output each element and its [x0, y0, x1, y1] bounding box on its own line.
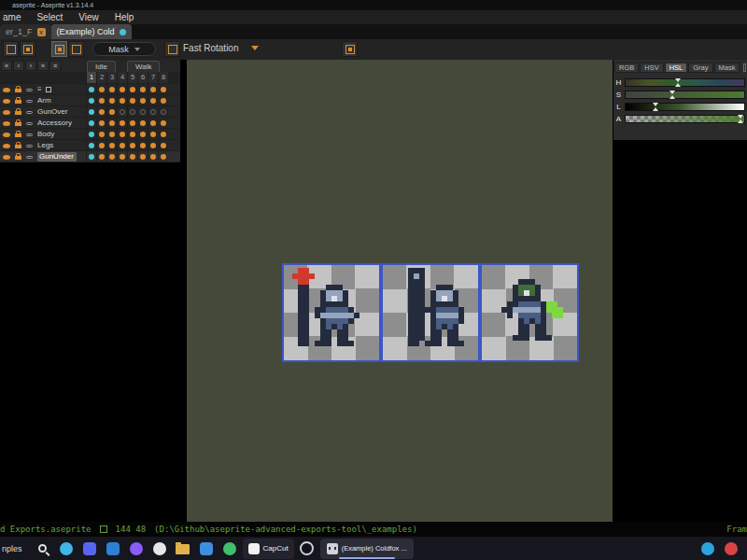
l-slider[interactable]	[625, 103, 745, 111]
link-icon[interactable]	[26, 122, 33, 125]
link-icon[interactable]	[26, 133, 33, 136]
lock-icon[interactable]	[15, 89, 21, 92]
lock-icon[interactable]	[15, 100, 21, 104]
color-tab-hsl[interactable]: HSL	[665, 63, 688, 73]
explorer-icon[interactable]	[173, 539, 193, 559]
color-tab-gray[interactable]: Gray	[688, 63, 712, 73]
obs-icon[interactable]	[297, 539, 317, 559]
tab-background[interactable]: er_1_F x	[0, 24, 51, 39]
sprite-frame-2[interactable]	[381, 263, 480, 362]
prev-frame-button[interactable]: ‹	[13, 61, 24, 71]
edge-icon[interactable]	[56, 539, 77, 559]
canvas[interactable]	[187, 60, 613, 522]
epic-icon[interactable]	[149, 539, 170, 559]
fast-rotation-dropdown[interactable]: Fast Rotation	[183, 43, 259, 53]
aseprite-taskbar-window[interactable]: (Example) Coldfox ...	[320, 539, 414, 559]
tab-close-icon[interactable]: x	[37, 28, 46, 36]
sprite-staff-soldier	[287, 268, 376, 357]
a-slider[interactable]	[625, 115, 745, 123]
color-tab-rgb[interactable]: RGB	[614, 63, 639, 73]
toolbar-button-1[interactable]	[3, 41, 19, 57]
layer-name-legs[interactable]: Legs	[37, 141, 84, 150]
photos-icon[interactable]	[196, 539, 217, 559]
lock-icon[interactable]	[15, 122, 21, 126]
cel-6-7[interactable]	[148, 151, 158, 162]
first-frame-button[interactable]: «	[1, 61, 12, 71]
frame-number-1[interactable]: 1	[86, 72, 96, 83]
visibility-icon[interactable]	[3, 121, 10, 126]
cel-6-5[interactable]	[127, 151, 137, 162]
tag-idle[interactable]: Idle	[87, 61, 116, 72]
titlebar: aseprite - Aseprite v1.3.14.4	[0, 0, 747, 10]
layer-name-gunover[interactable]: GunOver	[37, 107, 84, 117]
menu-item-view[interactable]: View	[78, 12, 99, 22]
layer-group-icons[interactable]: ≡	[37, 85, 84, 94]
frame-number-4[interactable]: 4	[117, 72, 127, 83]
toolbar-button-3[interactable]	[51, 41, 67, 57]
layer-name-accessory[interactable]: Accessory	[37, 119, 84, 128]
link-icon[interactable]	[26, 145, 33, 147]
telegram-icon[interactable]	[698, 539, 718, 559]
frame-number-5[interactable]: 5	[127, 72, 137, 83]
lock-icon[interactable]	[15, 111, 21, 115]
cel-6-8[interactable]	[158, 151, 168, 162]
link-icon[interactable]	[26, 111, 33, 114]
frame-number-8[interactable]: 8	[158, 72, 168, 83]
cel-6-3[interactable]	[106, 151, 117, 162]
color-options-icon[interactable]	[743, 63, 746, 72]
layer-name-gununder[interactable]: GunUnder	[37, 152, 77, 161]
toolbar-button-4[interactable]	[68, 41, 84, 57]
visibility-icon[interactable]	[3, 99, 10, 104]
tab-active[interactable]: (Example) Cold	[51, 24, 132, 39]
cel-6-4[interactable]	[117, 151, 127, 162]
lock-icon[interactable]	[15, 133, 21, 137]
last-frame-button[interactable]: »	[37, 61, 49, 71]
search-icon[interactable]	[33, 539, 53, 559]
s-slider[interactable]	[625, 91, 745, 99]
lock-icon[interactable]	[15, 156, 21, 160]
cel-6-1[interactable]	[86, 151, 96, 162]
menu-item-select[interactable]: Select	[36, 12, 63, 22]
statusbar-filename: d Exports.aseprite	[0, 525, 92, 534]
visibility-icon[interactable]	[3, 110, 10, 115]
sprite-frame-3[interactable]	[480, 263, 579, 362]
visibility-icon[interactable]	[3, 133, 10, 137]
menu-item-ame[interactable]: ame	[3, 12, 21, 22]
layer-name-body[interactable]: Body	[37, 130, 84, 139]
link-icon[interactable]	[26, 156, 33, 159]
color-tab-hsv[interactable]: HSV	[640, 63, 663, 73]
next-frame-button[interactable]: ›	[25, 61, 36, 71]
visibility-icon[interactable]	[3, 88, 10, 92]
color-panel: RGBHSVHSLGrayMask H S L A	[613, 60, 747, 140]
layer-name-arm[interactable]: Arm	[37, 96, 84, 105]
vscode-icon[interactable]	[103, 539, 123, 559]
sprite-frame-1[interactable]	[282, 263, 381, 362]
visibility-icon[interactable]	[3, 155, 10, 160]
pinned-red-icon[interactable]	[721, 539, 741, 559]
frame-number-7[interactable]: 7	[148, 72, 158, 83]
visibility-icon[interactable]	[3, 144, 10, 148]
toolbar-button-2[interactable]	[20, 41, 35, 57]
cel-6-2[interactable]	[96, 151, 106, 162]
menu-item-help[interactable]: Help	[115, 12, 134, 22]
color-tab-mask[interactable]: Mask	[714, 63, 740, 73]
link-icon[interactable]	[26, 89, 33, 91]
tag-walk[interactable]: Walk	[127, 61, 160, 72]
link-icon[interactable]	[26, 100, 33, 103]
lock-icon[interactable]	[15, 145, 21, 148]
frame-number-6[interactable]: 6	[137, 72, 148, 83]
discord-icon[interactable]	[79, 539, 100, 559]
toolbar-button-5[interactable]	[164, 41, 180, 57]
h-slider[interactable]	[625, 78, 745, 87]
github-desktop-icon[interactable]	[126, 539, 147, 559]
capcut-taskbar-button[interactable]: CapCut	[243, 539, 294, 559]
frame-number-2[interactable]: 2	[96, 72, 106, 83]
mask-dropdown[interactable]: Mask	[92, 42, 156, 56]
whatsapp-icon[interactable]	[219, 539, 240, 559]
cel-6-6[interactable]	[137, 151, 148, 162]
slider-label: A	[615, 115, 622, 123]
toolbar-button-6[interactable]	[342, 41, 358, 57]
timeline-options-button[interactable]: ≡	[49, 61, 61, 71]
chevron-down-icon	[251, 46, 259, 50]
frame-number-3[interactable]: 3	[106, 72, 117, 83]
